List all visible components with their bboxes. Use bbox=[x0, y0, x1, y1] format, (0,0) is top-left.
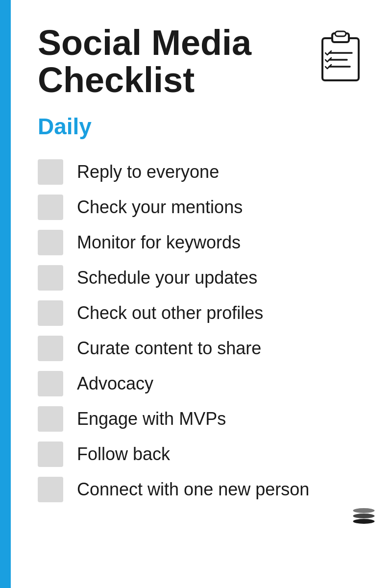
list-item: Check your mentions bbox=[38, 190, 363, 225]
section-label: Daily bbox=[38, 113, 363, 140]
svg-rect-2 bbox=[335, 31, 346, 36]
list-item: Curate content to share bbox=[38, 331, 363, 366]
checkbox-8[interactable] bbox=[38, 406, 63, 432]
list-item: Engage with MVPs bbox=[38, 401, 363, 437]
checkbox-2[interactable] bbox=[38, 195, 63, 220]
page-title: Social Media Checklist bbox=[38, 24, 251, 98]
checkbox-9[interactable] bbox=[38, 441, 63, 467]
list-item: Connect with one new person bbox=[38, 472, 363, 507]
buffer-logo bbox=[350, 503, 377, 527]
list-item: Follow back bbox=[38, 437, 363, 472]
item-label-6: Curate content to share bbox=[77, 338, 261, 359]
list-item: Monitor for keywords bbox=[38, 225, 363, 260]
list-item: Check out other profiles bbox=[38, 295, 363, 331]
item-label-5: Check out other profiles bbox=[77, 303, 263, 323]
checkbox-4[interactable] bbox=[38, 265, 63, 291]
list-item: Reply to everyone bbox=[38, 154, 363, 190]
main-content: Social Media Checklist Daily bbox=[11, 0, 392, 537]
blue-sidebar bbox=[0, 0, 11, 588]
list-item: Advocacy bbox=[38, 366, 363, 401]
item-label-9: Follow back bbox=[77, 444, 170, 465]
svg-point-6 bbox=[353, 519, 375, 524]
clipboard-icon bbox=[318, 29, 363, 78]
checkbox-5[interactable] bbox=[38, 300, 63, 326]
item-label-1: Reply to everyone bbox=[77, 162, 219, 182]
checklist: Reply to everyone Check your mentions Mo… bbox=[38, 154, 363, 507]
item-label-4: Schedule your updates bbox=[77, 268, 257, 288]
header-area: Social Media Checklist bbox=[38, 24, 363, 98]
item-label-10: Connect with one new person bbox=[77, 479, 309, 500]
item-label-2: Check your mentions bbox=[77, 197, 243, 218]
checkbox-7[interactable] bbox=[38, 371, 63, 396]
item-label-8: Engage with MVPs bbox=[77, 409, 226, 429]
svg-point-8 bbox=[353, 508, 375, 513]
item-label-3: Monitor for keywords bbox=[77, 232, 241, 253]
item-label-7: Advocacy bbox=[77, 373, 153, 394]
title-block: Social Media Checklist bbox=[38, 24, 251, 98]
checkbox-3[interactable] bbox=[38, 230, 63, 255]
checkbox-10[interactable] bbox=[38, 477, 63, 502]
list-item: Schedule your updates bbox=[38, 260, 363, 295]
checkbox-1[interactable] bbox=[38, 159, 63, 185]
svg-point-7 bbox=[353, 514, 375, 518]
checkbox-6[interactable] bbox=[38, 336, 63, 361]
